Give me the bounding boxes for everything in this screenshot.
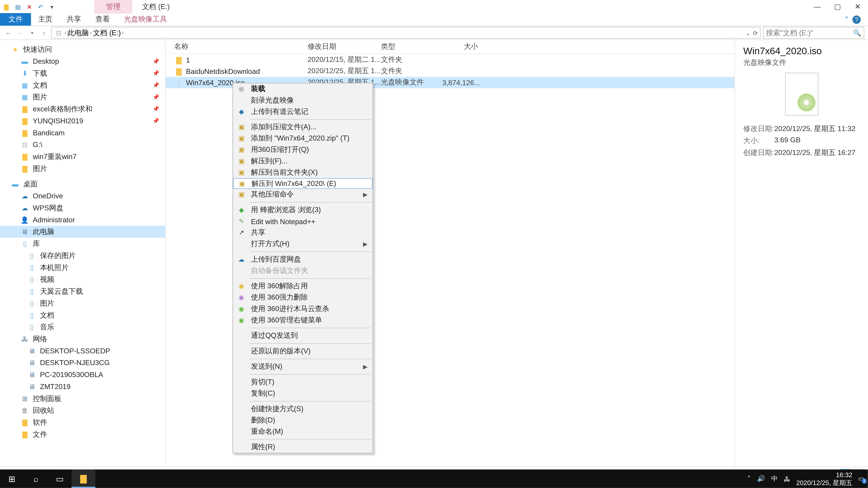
context-menu-item[interactable]: ▣其他压缩命令▶ [233, 189, 373, 200]
sidebar-item-control-panel[interactable]: ⊞控制面板 [0, 393, 165, 404]
sidebar-item-folder[interactable]: ▇excel表格制作求和📌 [0, 103, 165, 115]
context-menu-item[interactable]: 复制(C) [233, 388, 373, 399]
sidebar-item-pc[interactable]: 🖥ZMT2019 [0, 381, 165, 393]
contextual-tab-manage[interactable]: 管理 [94, 0, 132, 13]
sidebar-item-lib[interactable]: ▯天翼云盘下载 [0, 285, 165, 297]
context-menu-item[interactable]: 刻录光盘映像 [233, 95, 373, 106]
tab-home[interactable]: 主页 [31, 13, 60, 26]
qat-overflow-icon[interactable]: ▾ [48, 2, 56, 11]
context-menu-item[interactable]: ◆上传到有道云笔记 [233, 106, 373, 117]
navigation-pane[interactable]: ★快速访问 ▬Desktop📌 ⬇下载📌 ▦文档📌 ▦图片📌 ▇excel表格制… [0, 40, 166, 466]
refresh-icon[interactable]: ⟳ [753, 30, 758, 36]
task-view-button[interactable]: ▭ [48, 469, 71, 488]
column-date[interactable]: 修改日期 [308, 42, 381, 52]
sidebar-item-folder[interactable]: ▇win7重装win7 [0, 151, 165, 163]
tab-share[interactable]: 共享 [60, 13, 88, 26]
start-button[interactable]: ⊞ [0, 469, 24, 488]
sidebar-item-desktop[interactable]: ▬Desktop📌 [0, 55, 165, 67]
column-type[interactable]: 类型 [381, 42, 442, 52]
sidebar-item-folder[interactable]: ▇图片 [0, 163, 165, 175]
context-menu-item[interactable]: ◉使用 360管理右键菜单 [233, 315, 373, 326]
context-menu-item[interactable]: ↗共享 [233, 227, 373, 238]
sidebar-item-documents[interactable]: ▦文档📌 [0, 79, 165, 91]
context-menu-item[interactable]: ✎Edit with Notepad++ [233, 216, 373, 227]
context-menu-item[interactable]: 发送到(N)▶ [233, 361, 373, 372]
forward-button[interactable]: → [16, 28, 25, 37]
context-menu-item[interactable]: ▣添加到压缩文件(A)... [233, 122, 373, 133]
sidebar-item-network[interactable]: 🖧网络 [0, 333, 165, 345]
chevron-down-icon[interactable]: ⌄ [746, 30, 750, 36]
sidebar-item-user[interactable]: 👤Administrator [0, 214, 165, 226]
sidebar-item-libraries[interactable]: ▯库 [0, 238, 165, 250]
context-menu-item[interactable]: ▣用360压缩打开(Q) [233, 144, 373, 156]
undo-icon[interactable]: ↶ [36, 2, 45, 11]
sidebar-item-recycle-bin[interactable]: 🗑回收站 [0, 404, 165, 417]
file-row[interactable]: ▇12020/12/15, 星期二 1...文件夹 [166, 54, 735, 66]
desktop-root[interactable]: ▬桌面 [0, 178, 165, 190]
context-menu-item[interactable]: ◉装载 [233, 84, 373, 95]
context-menu-item[interactable]: 删除(D) [233, 415, 373, 426]
save-icon[interactable]: ▤ [14, 2, 22, 11]
breadcrumb[interactable]: 此电脑 [67, 28, 89, 38]
sidebar-item-this-pc[interactable]: 🖥此电脑 [0, 226, 165, 238]
sidebar-item-pictures[interactable]: ▦图片📌 [0, 91, 165, 103]
column-size[interactable]: 大小 [442, 42, 478, 52]
context-menu-item[interactable]: 通过QQ发送到 [233, 330, 373, 341]
context-menu-item[interactable]: ▣解压到(F)... [233, 156, 373, 167]
recent-locations-icon[interactable]: ▾ [27, 28, 37, 37]
sidebar-item-folder[interactable]: ▇YUNQISHI2019📌 [0, 115, 165, 127]
sidebar-item-onedrive[interactable]: ☁OneDrive [0, 190, 165, 202]
up-button[interactable]: ↑ [39, 28, 49, 37]
context-menu-item[interactable]: 剪切(T) [233, 377, 373, 388]
sidebar-item-pc[interactable]: 🖥PC-20190530OBLA [0, 369, 165, 381]
sidebar-item-folder[interactable]: ▇Bandicam [0, 127, 165, 139]
system-tray[interactable]: ˄ 🔊 中 🖧 16:32 2020/12/25, 星期五 ▭ [747, 471, 868, 487]
volume-icon[interactable]: 🔊 [757, 475, 765, 483]
context-menu-item[interactable]: 重命名(M) [233, 426, 373, 437]
search-icon[interactable]: 🔍 [853, 29, 862, 37]
sidebar-item-folder[interactable]: ▇文件 [0, 428, 165, 440]
chevron-right-icon[interactable]: › [90, 30, 92, 36]
search-button[interactable]: ⌕ [24, 469, 48, 488]
sidebar-item-lib[interactable]: ▯视频 [0, 273, 165, 285]
context-menu-item[interactable]: ◆用 蜂蜜浏览器 浏览(3) [233, 204, 373, 216]
sidebar-item-lib[interactable]: ▯图片 [0, 297, 165, 309]
context-menu[interactable]: ◉装载刻录光盘映像◆上传到有道云笔记▣添加到压缩文件(A)...▣添加到 "Wi… [232, 83, 373, 453]
delete-icon[interactable]: ✕ [25, 2, 33, 11]
sidebar-item-lib[interactable]: ▯文档 [0, 309, 165, 321]
file-row[interactable]: ▇BaiduNetdiskDownload2020/12/25, 星期五 1..… [166, 66, 735, 77]
tab-view[interactable]: 查看 [88, 13, 117, 26]
column-name[interactable]: 名称 [174, 42, 308, 52]
back-button[interactable]: ← [4, 28, 13, 37]
chevron-right-icon[interactable]: › [64, 30, 66, 36]
minimize-button[interactable]: — [807, 0, 827, 13]
sidebar-item-drive[interactable]: ⊟G:\ [0, 139, 165, 151]
context-menu-item[interactable]: ◉使用 360解除占用 [233, 281, 373, 292]
column-headers[interactable]: 名称 修改日期 类型 大小 [166, 40, 735, 54]
context-menu-item[interactable]: ◉使用 360进行木马云查杀 [233, 303, 373, 315]
context-menu-item[interactable]: ▣解压到 Win7x64_2020\ (E) [233, 178, 373, 189]
quick-access-root[interactable]: ★快速访问 [0, 43, 165, 56]
context-menu-item[interactable]: ☁上传到百度网盘 [233, 254, 373, 265]
chevron-right-icon[interactable]: › [122, 30, 124, 36]
taskbar-clock[interactable]: 16:32 2020/12/25, 星期五 [796, 471, 852, 487]
search-input[interactable]: 搜索"文档 (E:)" 🔍 [763, 27, 864, 39]
sidebar-item-downloads[interactable]: ⬇下载📌 [0, 67, 165, 79]
tab-disc-image-tools[interactable]: 光盘映像工具 [117, 13, 174, 26]
context-menu-item[interactable]: ◉使用 360强力删除 [233, 292, 373, 303]
sidebar-item-wps[interactable]: ☁WPS网盘 [0, 202, 165, 214]
context-menu-item[interactable]: ▣解压到当前文件夹(X) [233, 167, 373, 178]
address-bar[interactable]: ⊟ › 此电脑 › 文档 (E:) › ⌄ ⟳ [51, 27, 761, 39]
context-menu-item[interactable]: ▣添加到 "Win7x64_2020.zip" (T) [233, 133, 373, 144]
sidebar-item-lib[interactable]: ▯本机照片 [0, 262, 165, 273]
context-menu-item[interactable]: 还原以前的版本(V) [233, 346, 373, 357]
network-icon[interactable]: 🖧 [784, 475, 790, 482]
maximize-button[interactable]: ▢ [827, 0, 848, 13]
sidebar-item-folder[interactable]: ▇软件 [0, 416, 165, 428]
ime-indicator[interactable]: 中 [771, 474, 778, 483]
context-menu-item[interactable]: 创建快捷方式(S) [233, 403, 373, 415]
taskbar[interactable]: ⊞ ⌕ ▭ ▇ ˄ 🔊 中 🖧 16:32 2020/12/25, 星期五 ▭ [0, 469, 868, 488]
sidebar-item-lib[interactable]: ▯保存的图片 [0, 250, 165, 262]
tab-file[interactable]: 文件 [0, 13, 31, 26]
context-menu-item[interactable]: 属性(R) [233, 442, 373, 453]
